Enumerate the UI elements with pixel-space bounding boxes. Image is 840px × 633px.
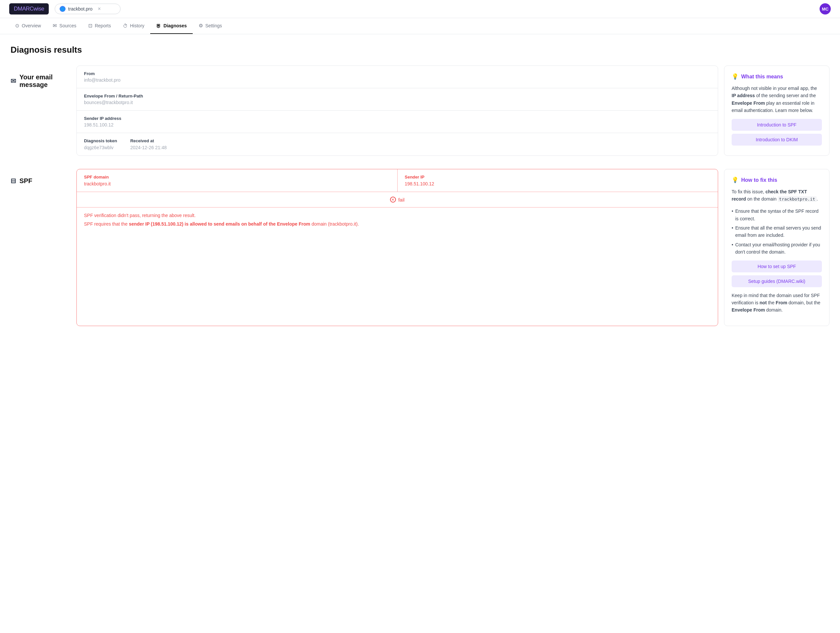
how-to-fix-title: 💡 How to fix this xyxy=(732,177,822,183)
main-content: Diagnosis results ✉ Your email message F… xyxy=(0,34,840,350)
intro-dkim-button[interactable]: Introduction to DKIM xyxy=(732,134,822,145)
spf-sender-ip-col: Sender IP 198.51.100.12 xyxy=(397,169,718,192)
email-section-label: ✉ Your email message xyxy=(11,66,76,88)
spf-section-title: SPF xyxy=(19,177,32,185)
page-title: Diagnosis results xyxy=(11,45,829,55)
spf-text-1: SPF verification didn't pass, returning … xyxy=(84,213,711,218)
email-section-title: Your email message xyxy=(19,73,76,88)
user-avatar[interactable]: MC xyxy=(819,3,831,14)
spf-side-panel: 💡 How to fix this To fix this issue, che… xyxy=(724,169,829,326)
fix-bullets: Ensure that the syntax of the SPF record… xyxy=(732,207,822,256)
email-icon: ✉ xyxy=(11,77,16,85)
spf-section-content: SPF domain trackbotpro.it Sender IP 198.… xyxy=(76,169,829,326)
domain-text: trackbot.pro xyxy=(68,6,93,11)
bulb-icon: 💡 xyxy=(732,73,739,80)
bullet-2: Ensure that all the email servers you se… xyxy=(732,224,822,239)
how-to-setup-spf-button[interactable]: How to set up SPF xyxy=(732,260,822,272)
spf-domain-label: SPF domain xyxy=(84,175,390,180)
overview-icon: ⊙ xyxy=(15,23,19,28)
logo-suffix: wise xyxy=(33,6,44,12)
sender-ip-value: 198.51.100.12 xyxy=(84,122,711,128)
what-this-means-text: Although not visible in your email app, … xyxy=(732,85,822,114)
envelope-value: bounces@trackbotpro.it xyxy=(84,100,711,105)
token-col: Diagnosis token dqgz6e73wblv xyxy=(84,138,117,150)
reports-icon: ⊡ xyxy=(88,23,93,28)
nav-sources[interactable]: ✉ Sources xyxy=(47,18,82,34)
spf-info-card: SPF domain trackbotpro.it Sender IP 198.… xyxy=(76,169,718,326)
spf-icon: ⊟ xyxy=(11,177,16,185)
intro-spf-button[interactable]: Introduction to SPF xyxy=(732,119,822,131)
bullet-1: Ensure that the syntax of the SPF record… xyxy=(732,207,822,222)
from-row: From info@trackbot.pro xyxy=(77,66,718,88)
token-received-row: Diagnosis token dqgz6e73wblv Received at… xyxy=(77,133,718,155)
sender-ip-label: Sender IP address xyxy=(84,116,711,121)
close-icon[interactable]: × xyxy=(98,6,101,12)
token-value: dqgz6e73wblv xyxy=(84,145,114,150)
envelope-label: Envelope From / Return-Path xyxy=(84,93,711,98)
email-side-panel: 💡 What this means Although not visible i… xyxy=(724,66,829,156)
main-nav: ⊙ Overview ✉ Sources ⊡ Reports ⏱ History… xyxy=(0,18,840,34)
app-logo: DMARCwise xyxy=(9,3,49,14)
spf-section-label: ⊟ SPF xyxy=(11,169,76,185)
bulb-fix-icon: 💡 xyxy=(732,177,739,183)
email-info-card: From info@trackbot.pro Envelope From / R… xyxy=(76,66,718,156)
history-icon: ⏱ xyxy=(123,23,128,28)
nav-diagnoses-label: Diagnoses xyxy=(163,23,187,28)
how-to-fix-label: How to fix this xyxy=(741,177,777,183)
nav-settings[interactable]: ⚙ Settings xyxy=(193,18,228,34)
email-section: ✉ Your email message From info@trackbot.… xyxy=(11,66,829,156)
app-header: DMARCwise 🌐 trackbot.pro × MC xyxy=(0,0,840,18)
spf-section: ⊟ SPF SPF domain trackbotpro.it Sender I… xyxy=(11,169,829,326)
nav-reports[interactable]: ⊡ Reports xyxy=(82,18,117,34)
fail-icon: ✕ xyxy=(390,197,396,202)
spf-result: ✕ fail xyxy=(77,192,718,207)
spf-domain-col: SPF domain trackbotpro.it xyxy=(77,169,397,192)
sender-ip-row: Sender IP address 198.51.100.12 xyxy=(77,110,718,133)
received-col: Received at 2024-12-26 21:48 xyxy=(130,138,167,150)
email-section-content: From info@trackbot.pro Envelope From / R… xyxy=(76,66,829,156)
settings-icon: ⚙ xyxy=(199,23,203,28)
nav-settings-label: Settings xyxy=(205,23,222,28)
setup-guides-button[interactable]: Setup guides (DMARC.wiki) xyxy=(732,275,822,287)
what-this-means-title: 💡 What this means xyxy=(732,73,822,80)
spf-text: SPF verification didn't pass, returning … xyxy=(77,207,718,232)
domain-bar[interactable]: 🌐 trackbot.pro × xyxy=(55,4,120,14)
logo-text: DMARC xyxy=(14,6,33,12)
fix-intro: To fix this issue, check the SPF TXT rec… xyxy=(732,188,822,203)
fix-note: Keep in mind that the domain used for SP… xyxy=(732,292,822,314)
spf-header: SPF domain trackbotpro.it Sender IP 198.… xyxy=(77,169,718,192)
bullet-3: Contact your email/hosting provider if y… xyxy=(732,241,822,256)
spf-text-2: SPF requires that the sender IP (198.51.… xyxy=(84,221,711,227)
from-label: From xyxy=(84,71,711,76)
diagnoses-icon: ⛨ xyxy=(156,23,161,28)
nav-reports-label: Reports xyxy=(95,23,111,28)
from-value: info@trackbot.pro xyxy=(84,77,711,83)
what-this-means-label: What this means xyxy=(741,74,783,80)
envelope-row: Envelope From / Return-Path bounces@trac… xyxy=(77,88,718,110)
spf-sender-ip-label: Sender IP xyxy=(405,175,711,180)
received-value: 2024-12-26 21:48 xyxy=(130,145,167,150)
token-label: Diagnosis token xyxy=(84,138,117,143)
nav-sources-label: Sources xyxy=(59,23,76,28)
nav-history-label: History xyxy=(130,23,145,28)
nav-history[interactable]: ⏱ History xyxy=(117,19,150,34)
domain-icon: 🌐 xyxy=(60,6,66,12)
sources-icon: ✉ xyxy=(53,23,57,28)
received-label: Received at xyxy=(130,138,167,143)
spf-domain-value: trackbotpro.it xyxy=(84,181,111,186)
spf-result-text: fail xyxy=(398,197,404,202)
nav-diagnoses[interactable]: ⛨ Diagnoses xyxy=(150,19,193,34)
nav-overview[interactable]: ⊙ Overview xyxy=(9,18,47,34)
spf-sender-ip-value: 198.51.100.12 xyxy=(405,181,434,186)
nav-overview-label: Overview xyxy=(22,23,41,28)
